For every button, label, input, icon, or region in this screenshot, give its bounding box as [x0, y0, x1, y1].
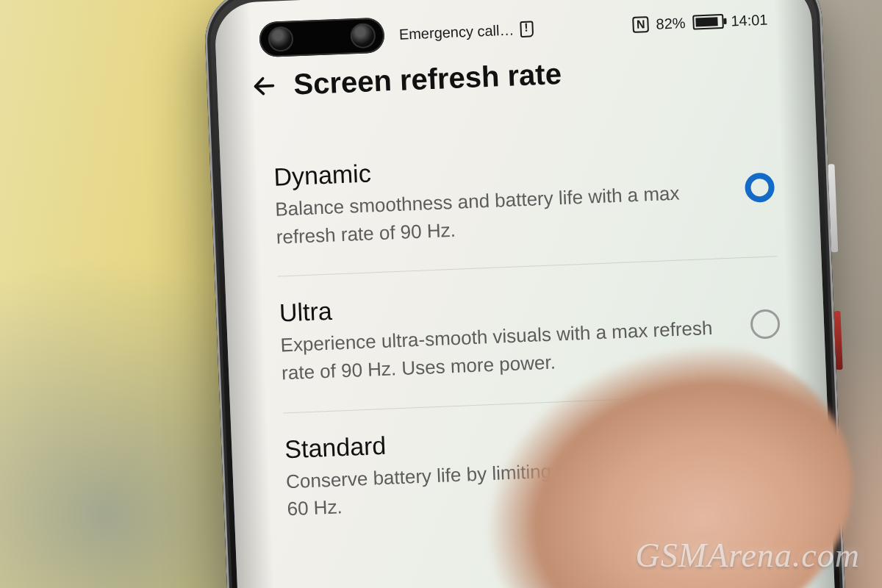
option-dynamic[interactable]: Dynamic Balance smoothness and battery l…: [273, 121, 778, 277]
camera-cutout: [259, 18, 385, 58]
volume-button: [828, 164, 838, 252]
power-button: [833, 311, 842, 370]
radio-selected-icon[interactable]: [745, 173, 775, 204]
radio-unselected-icon[interactable]: [750, 309, 781, 340]
battery-percent: 82%: [656, 15, 686, 33]
front-camera-lens: [350, 23, 376, 49]
battery-icon: [692, 14, 724, 30]
sim-alert-icon: [520, 21, 534, 37]
photo-scene: Emergency call… N 82% 14:01: [0, 0, 882, 588]
option-description: Balance smoothness and battery life with…: [275, 179, 718, 251]
app-bar: Screen refresh rate: [251, 49, 781, 103]
nfc-icon: N: [633, 16, 649, 33]
carrier-text: Emergency call…: [398, 21, 514, 43]
front-camera-lens: [268, 26, 293, 51]
page-title: Screen refresh rate: [293, 57, 562, 101]
status-bar: Emergency call… N 82% 14:01: [398, 8, 768, 46]
svg-line-0: [256, 85, 273, 86]
back-icon[interactable]: [251, 72, 278, 99]
clock: 14:01: [731, 11, 768, 29]
